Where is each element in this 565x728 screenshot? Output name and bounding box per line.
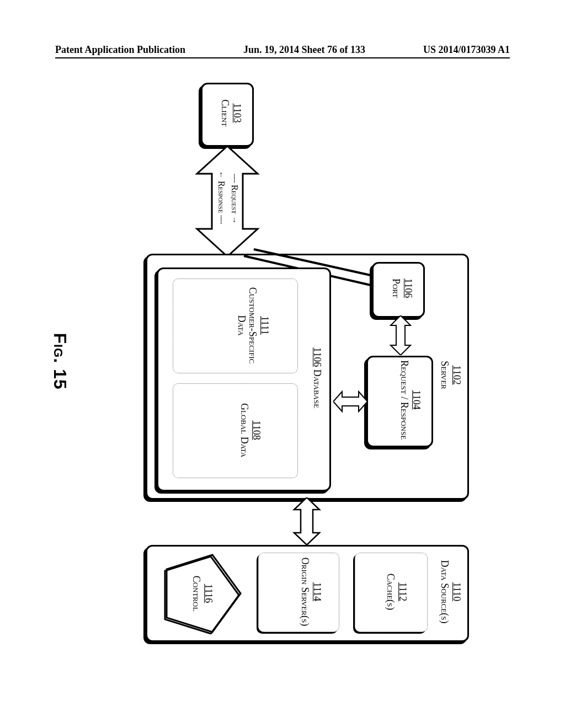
header-left: Patent Application Publication <box>55 44 185 56</box>
origin-label: 1114 Origin Server(s) <box>300 553 323 631</box>
control-label: 1116 Control <box>191 553 214 634</box>
reqres-label: 1104 Request / Response <box>399 356 422 444</box>
reqres-db-arrow <box>331 389 367 414</box>
svg-marker-0 <box>197 146 258 256</box>
port-label: 1106 Port <box>391 262 414 314</box>
server-label: 1102 Server <box>439 254 462 496</box>
response-label: ← Response ┄┄ <box>216 171 226 224</box>
svg-marker-3 <box>391 315 411 355</box>
cache-label: 1112 Cache(s) <box>385 553 408 631</box>
figure-title: Fig. 15 <box>50 77 70 645</box>
page-header: Patent Application Publication Jun. 19, … <box>0 44 565 56</box>
customer-data-label: 1111 Customer-Specific Data <box>236 279 270 372</box>
datasource-label: 1110 Data Source(s) <box>439 545 462 639</box>
client-server-arrow <box>189 146 266 256</box>
header-rule <box>55 57 510 58</box>
port-reqres-arrow <box>388 315 413 355</box>
arrow-left-icon: ← <box>217 171 226 179</box>
database-label: 1106 Database <box>311 267 323 488</box>
origin-box <box>258 553 339 632</box>
server-datasource-arrow <box>291 497 323 545</box>
diagram-stage: 1103 Client ┄┄ Request → ← Response ┄┄ 1… <box>33 77 541 645</box>
svg-marker-5 <box>294 497 319 545</box>
dash-line-icon: ┄┄ <box>217 215 226 224</box>
global-data-label: 1108 Global Data <box>239 383 262 477</box>
global-data-box <box>173 383 298 478</box>
dash-line-icon: ┄┄ <box>230 174 239 183</box>
header-center: Jun. 19, 2014 Sheet 76 of 133 <box>243 44 365 56</box>
arrow-right-icon: → <box>230 216 239 224</box>
figure-area: 1103 Client ┄┄ Request → ← Response ┄┄ 1… <box>33 77 541 645</box>
svg-marker-4 <box>333 392 367 411</box>
header-right: US 2014/0173039 A1 <box>423 44 510 56</box>
client-label: 1103 Client <box>220 83 243 143</box>
request-label: ┄┄ Request → <box>230 174 239 224</box>
